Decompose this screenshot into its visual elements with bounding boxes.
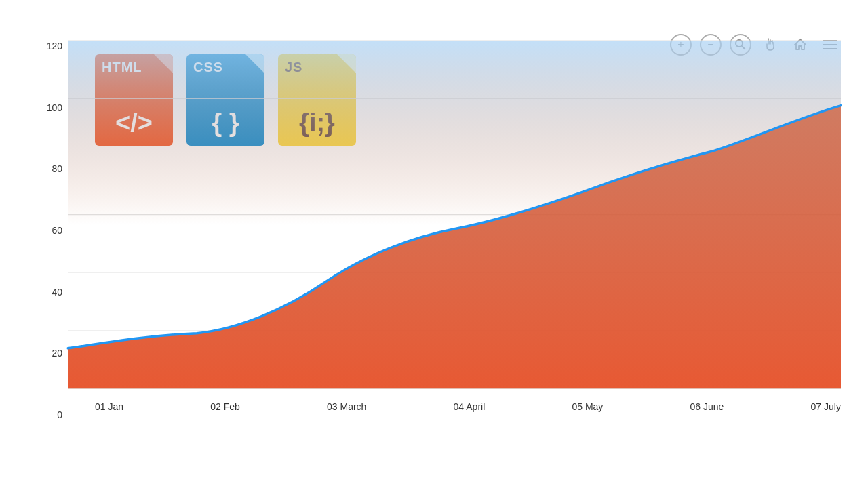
y-label-120: 120 (41, 41, 68, 52)
x-label-march: 03 March (327, 401, 366, 412)
y-label-20: 20 (41, 348, 68, 359)
y-label-0: 0 (41, 409, 68, 420)
chart-container: 0 20 40 60 80 100 120 (41, 41, 841, 447)
chart-area: 01 Jan 02 Feb 03 March 04 April 05 May 0… (68, 41, 841, 420)
x-label-feb: 02 Feb (210, 401, 240, 412)
x-axis: 01 Jan 02 Feb 03 March 04 April 05 May 0… (95, 393, 841, 420)
y-label-80: 80 (41, 163, 68, 174)
x-label-may: 05 May (572, 401, 603, 412)
y-label-40: 40 (41, 287, 68, 298)
y-axis: 0 20 40 60 80 100 120 (41, 41, 68, 420)
chart-svg (68, 41, 841, 420)
x-label-july: 07 July (811, 401, 841, 412)
x-label-april: 04 April (454, 401, 486, 412)
x-label-jan: 01 Jan (95, 401, 123, 412)
y-label-60: 60 (41, 225, 68, 236)
y-label-100: 100 (41, 102, 68, 113)
x-label-june: 06 June (690, 401, 724, 412)
